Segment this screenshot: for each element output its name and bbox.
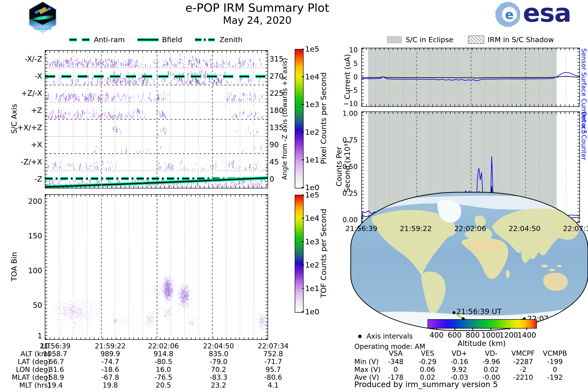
voltage-cell: -2210 (506, 374, 540, 382)
current-ytick-label: −5 (335, 86, 358, 94)
bfield-line-sample-icon (138, 37, 158, 42)
ephemeris-cell: -74.7 (82, 358, 138, 366)
ephemeris-cell: -83.3 (190, 374, 247, 382)
gridline (254, 195, 254, 339)
zenith-line-sample-icon (195, 37, 216, 42)
toa-ytick-label: 150 (22, 232, 42, 240)
pixel-colorbar-tick: 1e1 (305, 155, 320, 164)
island-2 (549, 269, 555, 271)
ephemeris-cell: -76.5 (135, 374, 192, 382)
axis-tick-strip (45, 337, 268, 339)
filled-patch-icon (387, 36, 402, 43)
ephemeris-cell: 20.5 (135, 381, 192, 389)
altitude-colorbar-label: Altitude (km) (458, 339, 506, 348)
direction-legend-item: Bfield (138, 36, 182, 44)
voltage-cell: -0.03 (442, 374, 476, 382)
altitude-tick (526, 328, 527, 330)
right-time-tick-label: 21:56:39 (346, 224, 377, 233)
gridline (142, 195, 143, 339)
counts-ytick-label: 1.00 (335, 109, 358, 117)
tof-colorbar-label: TOF Counts per Second (319, 195, 328, 312)
ephemeris-cell: -31.6 (27, 366, 83, 374)
ephemeris-cell: -80.5 (135, 358, 192, 366)
voltage-cell: -178 (378, 374, 413, 382)
world-map: 21:56:39 UT 22:07:34 UT (350, 192, 588, 331)
spectrogram-row-label: +X/+Z (7, 123, 42, 132)
ephemeris-cell: 21:59:22 (82, 342, 138, 350)
hatched-patch-icon (468, 36, 484, 44)
pixel-colorbar-tick: 1e4 (305, 72, 320, 81)
page-date: May 24, 2020 (120, 14, 394, 26)
altitude-tick-label: 400 (430, 331, 444, 339)
summary-plot-page: CASSIOPE e-POP IRM Summary Plot May 24, … (0, 0, 588, 392)
voltage-column-header: VSA (378, 349, 413, 358)
tof-colorbar-tick-tick (302, 218, 304, 218)
altitude-tick-label: 1400 (518, 331, 536, 339)
angle-tick-label: 270 (270, 72, 284, 80)
axis-tick-strip (45, 195, 268, 197)
ephemeris-cell: 835.0 (190, 350, 247, 358)
altitude-tick (490, 328, 491, 330)
ephemeris-cell: 19.4 (27, 381, 83, 389)
ephemeris-cell: 989.9 (82, 350, 138, 358)
ephemeris-cell: 23.2 (190, 381, 247, 389)
axis-tick-strip (45, 51, 268, 53)
row-separator (45, 170, 268, 171)
axis-tick-strip (266, 51, 268, 188)
cassiope-badge-label: CASSIOPE (28, 27, 57, 30)
angle-tick-label: 0 (270, 175, 274, 183)
title-block: e-POP IRM Summary Plot May 24, 2020 (120, 1, 394, 26)
gridline (170, 195, 171, 339)
ephemeris-cell: 21:56:39 (27, 342, 83, 350)
counts-ytick-label: 0.75 (335, 136, 358, 144)
eclipse-legend-label: IRM in S/C Shadow (488, 36, 554, 44)
angle-tick-label: 225 (270, 89, 284, 98)
voltage-column-header: VCMPB (538, 349, 572, 358)
esa-wordmark: esa (523, 0, 571, 28)
axis-intervals-label: Axis intervals (366, 332, 412, 340)
angle-tick-label: 45 (270, 158, 279, 166)
pixel-colorbar-tick-tick (302, 132, 304, 132)
axis-tick-strip (45, 51, 47, 188)
row-separator (45, 136, 268, 137)
gridline (212, 195, 213, 339)
ephemeris-cell: 1058.7 (27, 350, 83, 358)
ephemeris-cell: 4.1 (245, 381, 301, 389)
tof-colorbar-tick-tick (302, 194, 304, 195)
eclipse-legend: S/C in EclipseIRM in S/C Shadow (356, 34, 584, 46)
india (521, 249, 530, 263)
eclipse-legend-label: S/C in Eclipse (406, 36, 453, 44)
voltage-cell: -0.00 (474, 374, 508, 382)
counts-ytick-label: 0.25 (335, 189, 358, 197)
cassiope-badge: CASSIOPE (28, 1, 57, 33)
ephemeris-cell: 752.8 (245, 350, 301, 358)
island-1 (541, 264, 548, 268)
tof-colorbar-tick-tick (302, 312, 304, 312)
gridline (87, 195, 88, 339)
altitude-colorbar (428, 319, 537, 328)
current-plot (362, 48, 580, 107)
tof-colorbar-tick-tick (302, 264, 304, 265)
voltage-cell: 0.02 (474, 366, 508, 374)
current-ytick-label: 5 (335, 59, 358, 68)
page-title: e-POP IRM Summary Plot (120, 1, 394, 14)
voltage-cell: -9.96 (474, 358, 508, 366)
voltage-cell: -348 (378, 358, 413, 366)
pixel-colorbar-tick-tick (302, 187, 304, 188)
row-separator (45, 102, 268, 102)
voltage-column-header: VES (410, 349, 445, 358)
counts-ytick-label: 0.00 (335, 216, 358, 224)
angle-tick-label: 180 (270, 106, 284, 115)
pixel-colorbar-tick-tick (302, 104, 304, 105)
counts-ytick-label: 0.50 (335, 163, 358, 171)
direction-legend-item: Anti-ram (69, 36, 125, 44)
axis-intervals-dot (358, 335, 362, 338)
ephemeris-cell: -80.6 (245, 374, 301, 382)
ephemeris-cell: 22:07:34 (245, 342, 301, 350)
direction-legend-label: Bfield (162, 36, 182, 44)
voltage-cell: 0 (378, 366, 413, 374)
cur-series (362, 48, 580, 106)
voltage-cell: 0 (538, 366, 572, 374)
gridline (156, 195, 158, 339)
ephemeris-cell: 95.7 (245, 366, 301, 374)
